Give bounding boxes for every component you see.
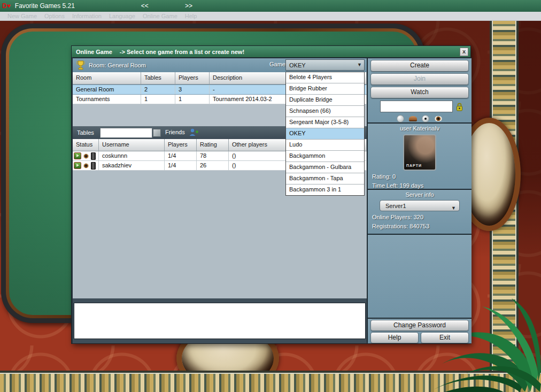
cell-rating: 26 (197, 161, 229, 170)
registrations-count: Registrations: 840753 (372, 223, 472, 229)
add-friend-icon[interactable] (189, 128, 199, 136)
game-option[interactable]: Belote 4 Players (286, 72, 364, 83)
join-status-icon[interactable] (74, 162, 81, 169)
dialog-titlebar: Online Game -> Select one game from a li… (72, 46, 470, 57)
change-password-button[interactable]: Change Password (370, 320, 469, 331)
trophy-icon (76, 60, 85, 70)
game-option[interactable]: Duplicate Bridge (286, 95, 364, 106)
menu-information[interactable]: Information (72, 13, 102, 19)
game-option[interactable]: Backgammon 3 in 1 (286, 185, 364, 195)
online-game-dialog: Online Game -> Select one game from a li… (71, 45, 471, 344)
game-option[interactable]: Bridge Rubber (286, 83, 364, 95)
tables-filter-input[interactable] (100, 128, 152, 138)
menu-online-game[interactable]: Online Game (143, 13, 177, 19)
player-col-username[interactable]: Username (99, 139, 165, 151)
room-col-room[interactable]: Room (73, 72, 141, 84)
game-dropdown[interactable]: OKEY ▼ (285, 59, 365, 71)
dialog-title: Online Game (76, 49, 112, 55)
status-cell (73, 151, 99, 160)
server-info-title: Server info (368, 191, 472, 198)
cell-players: 3 (175, 85, 210, 94)
server-dropdown[interactable]: Server1 ▼ (380, 200, 460, 211)
table-status-icon (91, 162, 96, 170)
join-status-icon[interactable] (74, 152, 81, 159)
dialog-body: Room: General Room Room Tables Players D… (73, 57, 469, 342)
footer-panel: Change Password Help Exit (368, 319, 472, 343)
chat-zone (73, 298, 367, 343)
watch-status-icon[interactable] (82, 163, 90, 168)
footer-row: Help Exit (370, 332, 469, 343)
watch-status-icon[interactable] (82, 153, 90, 159)
visibility-options (368, 115, 472, 122)
dialog-subtitle: -> Select one game from a list or create… (120, 49, 244, 55)
closed-eye-icon (409, 116, 417, 121)
cell-username: sakadzhiev (99, 161, 165, 170)
empty-panel (368, 235, 472, 318)
cell-room: Tournaments (73, 95, 141, 104)
menu-help[interactable]: Help (185, 13, 197, 19)
radio-visible[interactable] (422, 115, 429, 122)
player-col-rating[interactable]: Rating (197, 139, 229, 151)
app-title: Favorite Games 5.21 (15, 2, 75, 10)
game-option[interactable]: Schnapsen (66) (286, 106, 364, 117)
game-option[interactable]: Sergeant Major (3-5-8) (286, 117, 364, 128)
watch-button[interactable]: Watch (370, 87, 469, 98)
cell-username: coskunnn (99, 151, 165, 160)
game-dropdown-value: OKEY (289, 62, 306, 68)
game-option[interactable]: Ludo (286, 140, 364, 151)
room-label: Room: General Room (89, 62, 146, 68)
menu-options[interactable]: Options (44, 13, 65, 19)
cell-players: 1 (175, 95, 210, 104)
radio-hidden[interactable] (397, 115, 404, 122)
status-cell (73, 161, 99, 170)
game-dropdown-list: Belote 4 Players Bridge Rubber Duplicate… (285, 72, 365, 196)
cell-tables: 1 (141, 95, 175, 104)
menu-language[interactable]: Language (109, 13, 135, 19)
avatar-caption: ПАРТИ (406, 164, 422, 167)
room-col-tables[interactable]: Tables (141, 72, 175, 84)
table-password-input[interactable] (380, 101, 453, 112)
password-row (370, 101, 469, 112)
menu-bar: New Game Options Information Language On… (0, 12, 541, 21)
user-rating: Rating: 0 (372, 173, 472, 180)
online-players-count: Online Players: 320 (372, 214, 472, 220)
right-column: Create Join Watch (368, 57, 472, 343)
help-button[interactable]: Help (370, 332, 419, 343)
game-option[interactable]: Backgammon (286, 151, 364, 162)
room-col-players[interactable]: Players (175, 72, 210, 84)
user-title: user KaterinaIv (368, 125, 472, 132)
player-col-players[interactable]: Players (165, 139, 197, 151)
cell-room: General Room (73, 85, 141, 94)
chevron-down-icon: ▼ (451, 203, 456, 213)
close-icon[interactable]: X (460, 48, 468, 56)
cell-rating: 78 (197, 151, 229, 160)
avatar[interactable]: ПАРТИ (403, 134, 436, 171)
server-panel: Server info Server1 ▼ Online Players: 32… (368, 190, 472, 234)
nav-back-button[interactable]: << (141, 2, 149, 10)
menu-new-game[interactable]: New Game (7, 13, 37, 19)
actions-panel: Create Join Watch (368, 58, 472, 122)
chevron-down-icon: ▼ (357, 62, 362, 67)
user-time-left: Time Left: 199 days (372, 182, 472, 189)
join-button[interactable]: Join (370, 73, 469, 85)
game-option[interactable]: Backgammon - Tapa (286, 173, 364, 185)
player-col-status[interactable]: Status (73, 139, 99, 151)
lock-icon (455, 102, 463, 111)
friends-label: Friends (165, 129, 185, 135)
game-option-selected[interactable]: OKEY (286, 128, 364, 140)
server-dropdown-value: Server1 (385, 203, 406, 209)
cell-tables: 2 (141, 85, 175, 94)
open-eye-icon (434, 116, 443, 121)
exit-button[interactable]: Exit (421, 332, 469, 343)
tables-filter-label: Tables (77, 129, 94, 136)
cell-players: 1/4 (165, 151, 197, 160)
table-status-icon (91, 152, 96, 160)
app-titlebar: D♥ Favorite Games 5.21 << >> (0, 0, 541, 12)
nav-forward-button[interactable]: >> (185, 2, 192, 10)
game-option[interactable]: Backgammon - Gulbara (286, 162, 364, 173)
app-logo-icon: D♥ (2, 2, 11, 10)
friends-checkbox[interactable] (153, 129, 161, 137)
chat-message-area[interactable] (74, 303, 366, 339)
create-button[interactable]: Create (370, 60, 469, 72)
game-label: Game (269, 61, 285, 67)
